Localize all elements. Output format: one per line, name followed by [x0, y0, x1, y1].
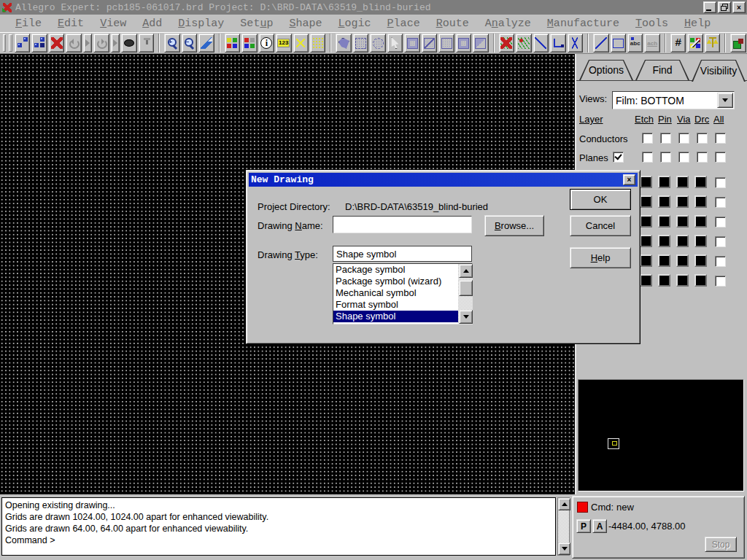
layer-swatch[interactable] — [640, 215, 652, 228]
menu-logic[interactable]: Logic — [330, 16, 379, 31]
ok-button[interactable]: OK — [570, 189, 631, 210]
move-button[interactable] — [15, 34, 30, 52]
grid-toggle-button[interactable]: # — [670, 34, 686, 52]
color-priority-button[interactable] — [241, 34, 257, 52]
tab-options[interactable]: Options — [579, 60, 633, 80]
shape-edit-button[interactable] — [438, 34, 454, 52]
info-button[interactable]: i — [259, 34, 274, 52]
planes-etch-checkbox[interactable] — [642, 152, 653, 163]
menu-analyze[interactable]: Analyze — [477, 16, 539, 31]
add-line-button[interactable] — [593, 34, 608, 52]
layer-swatch[interactable] — [640, 274, 652, 287]
layer-swatch[interactable] — [676, 235, 689, 247]
menu-add[interactable]: Add — [134, 16, 170, 31]
stop-button[interactable]: Stop — [705, 537, 737, 552]
layer-all-checkbox[interactable] — [715, 276, 726, 287]
layer-swatch[interactable] — [694, 274, 707, 287]
layer-all-checkbox[interactable] — [715, 217, 726, 228]
tab-visibility[interactable]: Visibility — [692, 60, 746, 82]
layer-swatch[interactable] — [658, 235, 670, 247]
drawing-name-input[interactable] — [333, 216, 472, 233]
layer-header[interactable]: Layer — [579, 114, 603, 125]
absolute-button[interactable]: A — [592, 519, 607, 533]
menu-shape[interactable]: Shape — [281, 16, 330, 31]
layer-swatch[interactable] — [640, 254, 652, 267]
layer-swatch[interactable] — [676, 254, 689, 267]
layer-swatch[interactable] — [640, 235, 652, 247]
copy-button[interactable] — [31, 34, 47, 52]
layer-swatch[interactable] — [658, 215, 670, 228]
menu-view[interactable]: View — [92, 16, 134, 31]
scroll-up-button[interactable] — [558, 498, 570, 510]
column-pin[interactable]: Pin — [658, 114, 672, 125]
command-console[interactable]: Opening existing drawing... Grids are dr… — [1, 497, 556, 556]
ratsnest-show-button[interactable] — [516, 34, 531, 52]
shape-rect-button[interactable] — [353, 34, 368, 52]
planes-pin-checkbox[interactable] — [660, 152, 671, 163]
route-slide-button[interactable] — [568, 34, 583, 52]
planes-drc-checkbox[interactable] — [697, 152, 708, 163]
undo-step-button[interactable] — [83, 34, 93, 52]
toolbar-grip[interactable] — [9, 34, 12, 52]
list-item-selected[interactable]: Shape symbol — [333, 311, 472, 322]
menu-route[interactable]: Route — [428, 16, 477, 31]
planes-all-checkbox[interactable] — [715, 152, 726, 163]
conductors-drc-checkbox[interactable] — [697, 133, 708, 144]
layer-all-checkbox[interactable] — [715, 236, 726, 247]
scroll-up-button[interactable] — [459, 264, 473, 278]
add-connect-button[interactable] — [533, 34, 549, 52]
layer-swatch[interactable] — [658, 254, 670, 267]
color-edit-button[interactable] — [687, 34, 703, 52]
planes-via-checkbox[interactable] — [678, 152, 689, 163]
layer-swatch[interactable] — [676, 176, 689, 188]
shape-circle-button[interactable] — [370, 34, 385, 52]
list-item[interactable]: Format symbol — [333, 299, 472, 311]
redo-button[interactable] — [93, 34, 109, 52]
menu-display[interactable]: Display — [170, 16, 232, 31]
conductors-etch-checkbox[interactable] — [642, 133, 653, 144]
list-item[interactable]: Package symbol (wizard) — [333, 276, 472, 287]
route-corner-button[interactable] — [550, 34, 565, 52]
menu-tools[interactable]: Tools — [627, 16, 676, 31]
menu-file[interactable]: File — [7, 16, 50, 31]
column-all[interactable]: All — [713, 114, 724, 125]
viewport-rect[interactable] — [608, 438, 619, 449]
layer-swatch[interactable] — [694, 176, 707, 188]
menu-setup[interactable]: Setup — [232, 16, 281, 31]
layer-swatch[interactable] — [676, 215, 689, 228]
minimize-button[interactable] — [703, 1, 716, 13]
layer-swatch[interactable] — [694, 195, 707, 208]
highlight-button[interactable] — [293, 34, 309, 52]
console-scrollbar[interactable] — [557, 497, 570, 556]
color-layers-button[interactable] — [225, 34, 240, 52]
menu-edit[interactable]: Edit — [50, 16, 92, 31]
zoom-out-button[interactable] — [182, 34, 197, 52]
layer-swatch[interactable] — [658, 176, 670, 188]
scroll-down-button[interactable] — [459, 310, 473, 324]
menu-place[interactable]: Place — [379, 16, 428, 31]
column-via[interactable]: Via — [677, 114, 691, 125]
layer-swatch[interactable] — [640, 176, 652, 188]
scroll-thumb[interactable] — [459, 280, 473, 296]
browse-button[interactable]: Browse... — [484, 215, 544, 236]
layer-swatch[interactable] — [676, 195, 689, 208]
color-dialog-button[interactable] — [198, 34, 214, 52]
toolbar-grip[interactable] — [3, 34, 6, 52]
edit-text-button[interactable]: ach — [644, 34, 659, 52]
layer-swatch[interactable] — [694, 254, 707, 267]
conductors-all-checkbox[interactable] — [715, 133, 726, 144]
menu-help[interactable]: Help — [676, 16, 719, 31]
layer-swatch[interactable] — [658, 195, 670, 208]
shape-subtract-button[interactable] — [422, 34, 437, 52]
pick-button[interactable]: P — [576, 519, 591, 533]
redo-step-button[interactable] — [111, 34, 120, 52]
help-button[interactable]: Help — [570, 247, 631, 268]
planes-checkbox[interactable] — [613, 152, 624, 163]
layer-all-checkbox[interactable] — [715, 256, 726, 267]
world-view[interactable] — [578, 379, 744, 491]
close-button[interactable]: × — [732, 1, 746, 13]
console-prompt[interactable]: Command > — [5, 534, 552, 546]
list-scrollbar[interactable] — [458, 264, 472, 324]
add-rect-button[interactable] — [611, 34, 626, 52]
shape-trim-button[interactable] — [473, 34, 488, 52]
